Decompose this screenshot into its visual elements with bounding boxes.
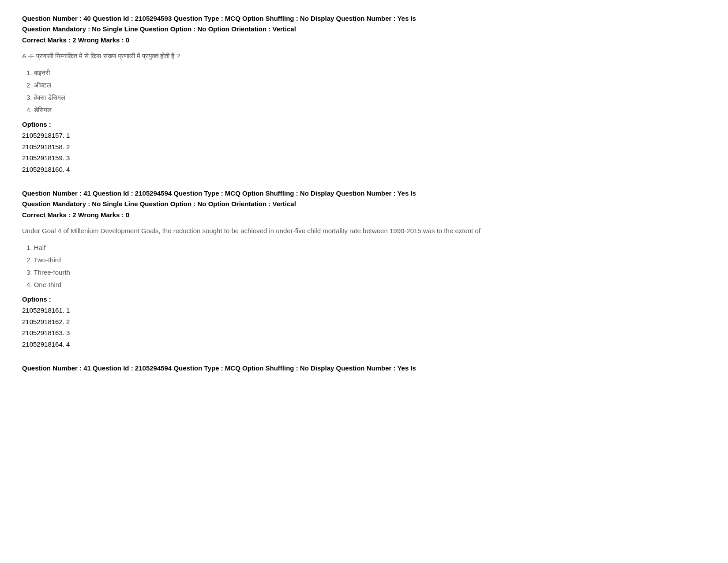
choice-40-3: 3. हेक्सा डेसिमल [26, 92, 706, 103]
choice-40-4: 4. डेसिमल [26, 105, 706, 115]
option-id-41a-2: 21052918162. 2 [22, 316, 706, 328]
question-meta-41a: Question Number : 41 Question Id : 21052… [22, 188, 706, 209]
options-label-40: Options : [22, 121, 706, 128]
choice-41a-1: 1. Half [26, 242, 706, 253]
page-content: Question Number : 40 Question Id : 21052… [22, 13, 706, 374]
choice-41a-3: 3. Three-fourth [26, 267, 706, 278]
option-id-40-4: 21052918160. 4 [22, 164, 706, 175]
choices-list-41a: 1. Half 2. Two-third 3. Three-fourth 4. … [22, 242, 706, 290]
option-id-40-3: 21052918159. 3 [22, 152, 706, 164]
question-meta-line2-40: Question Mandatory : No Single Line Ques… [22, 25, 296, 33]
correct-marks-40: Correct Marks : 2 Wrong Marks : 0 [22, 36, 706, 44]
question-meta-line1-40: Question Number : 40 Question Id : 21052… [22, 15, 416, 22]
question-meta-40: Question Number : 40 Question Id : 21052… [22, 13, 706, 34]
question-meta-line1-41b: Question Number : 41 Question Id : 21052… [22, 364, 416, 372]
question-meta-line1-41a: Question Number : 41 Question Id : 21052… [22, 189, 416, 197]
option-id-40-1: 21052918157. 1 [22, 130, 706, 141]
option-id-40-2: 21052918158. 2 [22, 141, 706, 153]
question-meta-line2-41a: Question Mandatory : No Single Line Ques… [22, 200, 296, 208]
question-block-40: Question Number : 40 Question Id : 21052… [22, 13, 706, 175]
question-meta-41b: Question Number : 41 Question Id : 21052… [22, 363, 706, 374]
question-block-41b: Question Number : 41 Question Id : 21052… [22, 363, 706, 374]
choices-list-40: 1. बाइनरी 2. ऑक्टल 3. हेक्सा डेसिमल 4. ड… [22, 68, 706, 115]
question-text-41a: Under Goal 4 of Millenium Development Go… [22, 226, 706, 236]
correct-marks-41a: Correct Marks : 2 Wrong Marks : 0 [22, 211, 706, 219]
option-id-41a-1: 21052918161. 1 [22, 305, 706, 316]
choice-41a-4: 4. One-third [26, 280, 706, 290]
choice-40-2: 2. ऑक्टल [26, 80, 706, 91]
option-ids-40: 21052918157. 1 21052918158. 2 2105291815… [22, 130, 706, 175]
choice-40-1: 1. बाइनरी [26, 68, 706, 78]
option-ids-41a: 21052918161. 1 21052918162. 2 2105291816… [22, 305, 706, 350]
option-id-41a-4: 21052918164. 4 [22, 339, 706, 350]
options-label-41a: Options : [22, 295, 706, 303]
question-text-40: A -F प्रणाली निम्नांकित में से किस संख्य… [22, 51, 706, 61]
question-block-41a: Question Number : 41 Question Id : 21052… [22, 188, 706, 350]
option-id-41a-3: 21052918163. 3 [22, 327, 706, 339]
choice-41a-2: 2. Two-third [26, 255, 706, 265]
